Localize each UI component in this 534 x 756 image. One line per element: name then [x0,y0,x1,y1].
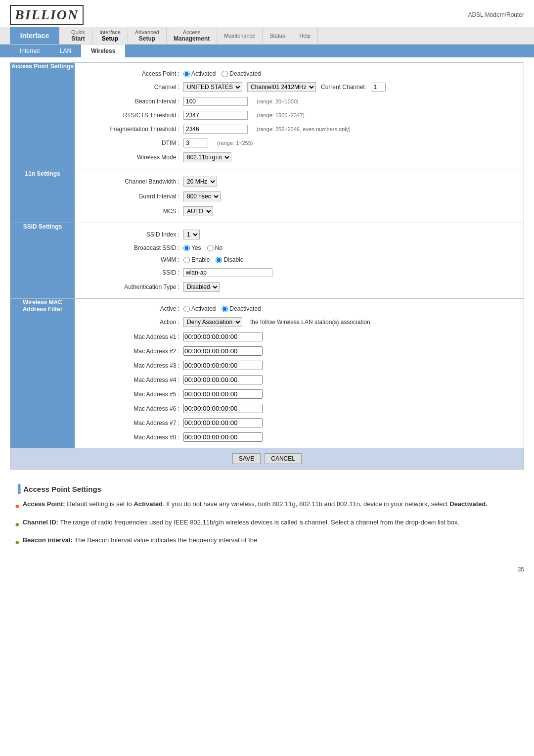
mac-address-3-input[interactable] [183,361,263,370]
mac-deactivated-radio[interactable]: Deactivated [222,305,261,312]
ssid-input[interactable] [183,268,272,277]
guard-interval-row: Guard Interval : 800 nsec [75,191,524,201]
mac-address-row-1: Mac Address #1 : [10,330,524,344]
frag-input[interactable] [183,125,248,134]
mac-address-row-3: Mac Address #3 : [10,358,524,373]
doc-title: Access Point Settings [15,484,519,493]
mac-active-row: Active : Activated Deactivated [75,305,524,312]
tab-status[interactable]: Status [263,27,292,44]
mac-address-6-input[interactable] [183,404,263,413]
access-point-activated-radio[interactable]: Activated [183,70,216,77]
action-bar: SAVE CANCEL [10,448,524,469]
channel-bw-select[interactable]: 20 MHz [183,177,217,187]
guard-interval-select[interactable]: 800 nsec [183,191,221,201]
11n-settings-section: 11n Settings Channel Bandwidth : 20 MHz [10,170,524,223]
mac-action-row: Action : Deny Association the follow Wir… [75,317,524,327]
wmm-enable-radio[interactable]: Enable [183,256,210,263]
access-point-deactivated-radio[interactable]: Deactivated [222,70,261,77]
beacon-input[interactable] [183,97,248,106]
documentation-section: Access Point Settings ● Access Point: De… [0,474,534,564]
tab-help[interactable]: Help [292,27,318,44]
page-header: BILLION ADSL Modem/Router [0,0,534,27]
bullet-1-icon: ● [15,500,20,513]
access-point-section-label: Access Point Settings [10,63,75,170]
ssid-section: SSID Settings SSID Index : 1 B [10,223,524,298]
subtab-wireless[interactable]: Wireless [81,45,125,57]
broadcast-no-radio[interactable]: No [207,244,222,251]
doc-para-2: ● Channel ID: The range of radio frequen… [15,518,519,531]
channel-select[interactable]: UNITED STATES [183,82,242,92]
mac-action-select[interactable]: Deny Association [183,317,242,327]
product-label: ADSL Modem/Router [468,11,524,18]
top-nav: Interface Quick Start Interface Setup Ad… [0,27,534,45]
access-point-row: Access Point : Activated Deactivated [75,70,524,77]
beacon-row: Beacon Interval : (range: 20~1000) [75,97,524,106]
auth-type-select[interactable]: Disabled [183,282,220,292]
rts-row: RTS/CTS Threshold : (range: 1500~2347) [75,111,524,120]
ssid-value-row: SSID : [75,268,524,277]
main-content: Access Point Settings Access Point : Act… [0,62,534,575]
nav-interface-label: Interface [10,27,59,44]
mac-filter-section: Wireless MAC Address Filter Active : Act… [10,298,524,448]
mac-address-row-5: Mac Address #5 : [10,387,524,401]
mac-address-row-7: Mac Address #7 : [10,416,524,430]
wmm-row: WMM : Enable Disable [75,256,524,263]
auth-type-row: Authentication Type : Disabled [75,282,524,292]
mac-address-row-4: Mac Address #4 : [10,373,524,387]
mac-activated-radio[interactable]: Activated [183,305,216,312]
access-point-section: Access Point Settings Access Point : Act… [10,63,524,170]
channel-freq-select[interactable]: Channel01 2412MHz [247,82,316,92]
broadcast-yes-radio[interactable]: Yes [183,244,201,251]
tab-quick-start[interactable]: Quick Start [64,27,92,44]
tab-maintenance[interactable]: Maintenance [217,27,263,44]
bullet-2-icon: ● [15,518,20,531]
mac-address-2-input[interactable] [183,346,263,356]
bullet-3-icon: ● [15,536,20,549]
brand-logo: BILLION [10,5,84,25]
tab-access-management[interactable]: Access Management [167,27,217,44]
subtab-internet[interactable]: Internet [10,45,50,57]
doc-para-1: ● Access Point: Default setting is set t… [15,499,519,513]
mac-address-5-input[interactable] [183,389,263,399]
sub-nav: Internet LAN Wireless [0,45,534,57]
mcs-select[interactable]: AUTO [183,206,213,216]
mac-address-7-input[interactable] [183,418,263,427]
11n-section-label: 11n Settings [10,170,75,223]
mac-address-row-6: Mac Address #6 : [10,401,524,416]
tab-advanced-setup[interactable]: Advanced Setup [128,27,167,44]
wireless-mode-select[interactable]: 802.11b+g+n [183,152,231,162]
wmm-disable-radio[interactable]: Disable [216,256,243,263]
wireless-mode-row: Wireless Mode : 802.11b+g+n [75,152,524,162]
tab-interface-setup[interactable]: Interface Setup [92,27,128,44]
rts-input[interactable] [183,111,248,120]
broadcast-ssid-row: Broadcast SSID : Yes No [75,244,524,251]
frag-row: Fragmentation Threshold : (range: 256~23… [75,125,524,134]
save-button[interactable]: SAVE [232,453,261,464]
mac-address-row-8: Mac Address #8 : [10,430,524,448]
page-number: 35 [0,564,534,575]
mac-address-4-input[interactable] [183,375,263,384]
cancel-button[interactable]: CANCEL [265,453,302,464]
ssid-section-label: SSID Settings [10,223,75,299]
mac-filter-section-label: Wireless MAC Address Filter [10,299,75,449]
mac-address-8-input[interactable] [183,432,263,442]
mcs-row: MCS : AUTO [75,206,524,216]
channel-bw-row: Channel Bandwidth : 20 MHz [75,177,524,187]
dtim-input[interactable] [183,139,208,147]
nav-tabs: Quick Start Interface Setup Advanced Set… [64,27,524,44]
dtim-row: DTIM : (range: 1~255) [75,139,524,147]
doc-para-3: ● Beacon interval: The Beacon Interval v… [15,535,519,549]
subtab-lan[interactable]: LAN [50,45,81,57]
channel-row: Channel : UNITED STATES Channel01 2412MH… [75,82,524,92]
ssid-index-select[interactable]: 1 [183,230,200,239]
mac-address-1-input[interactable] [183,332,263,341]
ssid-index-row: SSID Index : 1 [75,230,524,239]
current-channel-input[interactable] [371,83,386,92]
mac-address-row-2: Mac Address #2 : [10,344,524,358]
